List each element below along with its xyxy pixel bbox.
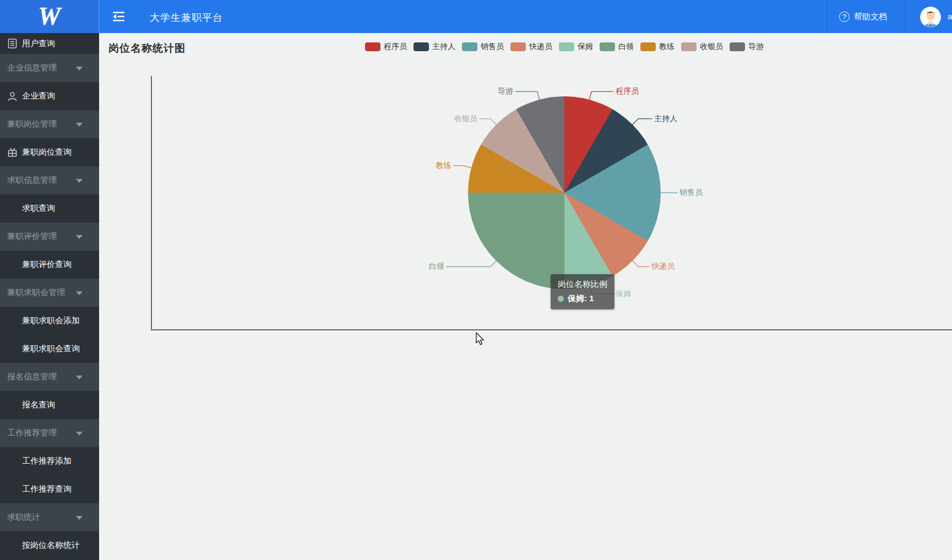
logo-divider [99, 0, 100, 33]
legend-label: 主持人 [432, 42, 455, 52]
tooltip-entry: 保姆: 1 [568, 293, 594, 304]
sidebar-item-9[interactable]: 兼职评价查询 [0, 251, 99, 279]
header-divider [905, 0, 905, 33]
sidebar-item-15[interactable]: 工作推荐管理 [0, 419, 99, 447]
pie-slice-label: 程序员 [616, 86, 639, 96]
sidebar-menu: 用户查询企业信息管理企业查询兼职岗位管理兼职岗位查询求职信息管理求职查询兼职评价… [0, 33, 99, 560]
sidebar-item-label: 按岗位名称统计 [22, 540, 80, 551]
pie-slice-label: 销售员 [679, 188, 703, 198]
app-window: W 大学生兼职平台 ? 帮助文档 [0, 0, 952, 560]
sidebar-item-14[interactable]: 报名查询 [0, 391, 99, 419]
legend-item-7[interactable]: 教练 [640, 42, 674, 52]
document-icon [7, 39, 18, 49]
caret-down-icon [76, 376, 83, 379]
sidebar-item-label: 兼职岗位管理 [7, 119, 57, 129]
legend-label: 导游 [748, 42, 764, 52]
sidebar-item-7[interactable]: 求职查询 [0, 194, 99, 222]
page-title: 岗位名称统计图 [108, 41, 186, 56]
legend-item-6[interactable]: 白领 [600, 42, 634, 52]
legend-swatch [681, 42, 697, 51]
sidebar-item-3[interactable]: 企业查询 [0, 82, 99, 110]
mouse-cursor [476, 333, 487, 349]
caret-down-icon [76, 67, 83, 70]
sidebar-item-label: 报名查询 [22, 400, 55, 410]
username: a [948, 12, 952, 21]
legend-item-9[interactable]: 导游 [730, 42, 764, 52]
legend-swatch [414, 42, 429, 51]
tooltip-marker [558, 296, 564, 302]
sidebar-item-11[interactable]: 兼职求职会添加 [0, 307, 99, 335]
sidebar-item-label: 工作推荐查询 [22, 484, 72, 494]
legend-label: 快递员 [529, 42, 552, 52]
pie-chart[interactable] [468, 96, 661, 289]
sidebar-item-6[interactable]: 求职信息管理 [0, 166, 99, 194]
sidebar-item-4[interactable]: 兼职岗位管理 [0, 110, 99, 138]
tv-grid-icon [7, 147, 18, 157]
sidebar-item-label: 兼职评价查询 [22, 259, 72, 270]
sidebar-item-label: 企业查询 [22, 91, 55, 101]
chart-tooltip: 岗位名称比例 保姆: 1 [551, 274, 614, 309]
legend-swatch [462, 42, 477, 51]
caret-down-icon [76, 432, 83, 436]
user-icon [7, 91, 18, 101]
sidebar-item-label: 报名信息管理 [7, 372, 57, 382]
sidebar-item-label: 兼职岗位查询 [22, 147, 72, 157]
sidebar-item-8[interactable]: 兼职评价管理 [0, 222, 99, 251]
sidebar-item-12[interactable]: 兼职求职会查询 [0, 335, 99, 363]
sidebar-item-10[interactable]: 兼职求职会管理 [0, 279, 99, 307]
pie-slice-label: 白领 [429, 262, 444, 271]
header-bar: W 大学生兼职平台 ? 帮助文档 [0, 0, 952, 33]
caret-down-icon [76, 235, 83, 239]
legend-item-2[interactable]: 主持人 [414, 42, 455, 52]
legend-label: 白领 [618, 42, 634, 52]
sidebar-item-label: 工作推荐添加 [22, 456, 72, 466]
header-divider [827, 0, 828, 33]
logo-block[interactable]: W [0, 0, 99, 33]
legend-label: 销售员 [481, 42, 504, 52]
legend-label: 保姆 [578, 42, 593, 52]
help-label: 帮助文档 [854, 12, 887, 22]
main-content: 岗位名称统计图 程序员主持人销售员快递员保姆白领教练收银员导游 岗位名称比例 保… [99, 33, 952, 560]
caret-down-icon [76, 123, 83, 127]
sidebar-item-2[interactable]: 企业信息管理 [0, 54, 99, 82]
avatar[interactable] [920, 7, 941, 28]
sidebar-item-18[interactable]: 求职统计 [0, 503, 99, 531]
legend-swatch [640, 42, 656, 51]
sidebar-item-label: 兼职求职会添加 [22, 316, 80, 326]
caret-down-icon [76, 291, 83, 295]
sidebar-item-label: 求职信息管理 [7, 175, 57, 186]
sidebar-item-5[interactable]: 兼职岗位查询 [0, 138, 99, 166]
legend-swatch [510, 42, 526, 51]
pie-slice-label: 主持人 [654, 114, 677, 124]
sidebar-item-13[interactable]: 报名信息管理 [0, 363, 99, 391]
tooltip-title: 岗位名称比例 [558, 279, 607, 290]
sidebar-item-label: 企业信息管理 [7, 63, 57, 73]
legend-item-8[interactable]: 收银员 [681, 42, 723, 52]
legend-label: 程序员 [384, 42, 407, 52]
sidebar-item-1[interactable]: 用户查询 [0, 33, 99, 54]
legend-item-3[interactable]: 销售员 [462, 42, 504, 52]
help-icon: ? [839, 12, 850, 22]
legend-swatch [730, 42, 745, 51]
sidebar-item-label: 兼职评价管理 [7, 231, 57, 242]
menu-fold-icon[interactable] [112, 12, 127, 21]
legend-swatch [559, 42, 574, 51]
legend-item-4[interactable]: 快递员 [510, 42, 552, 52]
legend-label: 教练 [659, 42, 674, 52]
sidebar-item-label: 工作推荐管理 [7, 428, 57, 438]
pie-slice-label: 收银员 [454, 114, 477, 124]
chart-legend: 程序员主持人销售员快递员保姆白领教练收银员导游 [365, 42, 764, 52]
caret-down-icon [76, 516, 83, 520]
help-docs-button[interactable]: ? 帮助文档 [839, 0, 887, 33]
legend-label: 收银员 [700, 42, 723, 52]
sidebar-item-17[interactable]: 工作推荐查询 [0, 475, 99, 503]
legend-item-5[interactable]: 保姆 [559, 42, 593, 52]
pie-slice-label: 保姆 [616, 289, 631, 299]
logo: W [38, 4, 61, 29]
legend-swatch [365, 42, 380, 51]
sidebar-item-16[interactable]: 工作推荐添加 [0, 447, 99, 475]
sidebar-item-19[interactable]: 按岗位名称统计 [0, 531, 99, 559]
pie-slice-label: 导游 [498, 86, 513, 96]
legend-item-1[interactable]: 程序员 [365, 42, 407, 52]
app-title: 大学生兼职平台 [150, 11, 223, 24]
